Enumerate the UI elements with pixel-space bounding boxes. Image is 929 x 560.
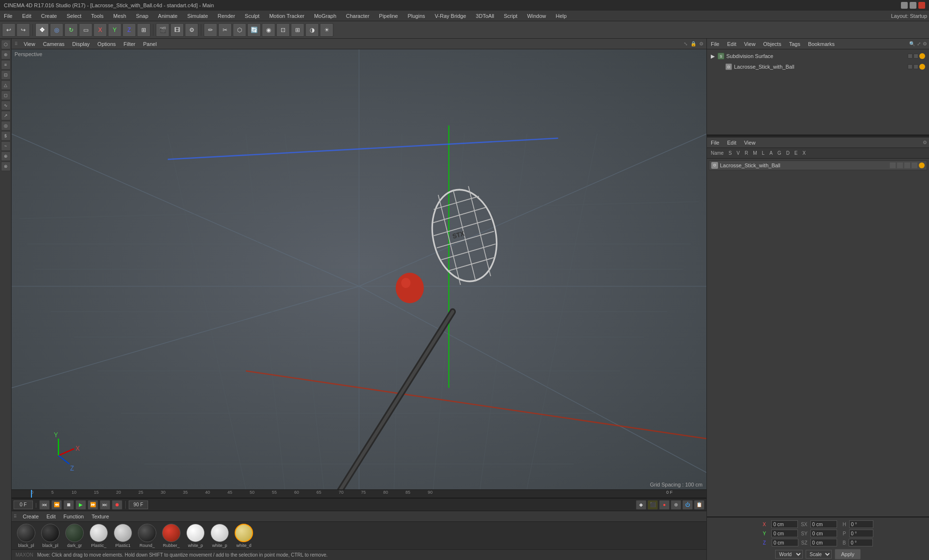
obj-vis-icon[interactable] (908, 54, 913, 59)
coord-b-input[interactable] (849, 539, 873, 546)
material-item-black-pl-1[interactable]: black_pl (15, 524, 37, 548)
lacrosse-vis-icon[interactable] (908, 64, 913, 69)
coord-sx-input[interactable] (810, 520, 837, 528)
obj-menu-view[interactable]: View (742, 40, 758, 48)
toolbar-grid[interactable]: ⊞ (291, 23, 304, 37)
coord-system-select[interactable]: World Object Local (775, 550, 803, 559)
coord-y-input[interactable] (771, 530, 798, 537)
menu-plugins[interactable]: Plugins (405, 12, 427, 20)
toolbar-scale[interactable]: ◎ (50, 23, 63, 37)
material-item-white-p1[interactable]: white_p (185, 524, 206, 548)
viewport-lock-icon[interactable]: 🔒 (690, 41, 696, 46)
record-btn[interactable]: ⏺ (112, 500, 122, 510)
maximize-button[interactable] (910, 2, 916, 9)
toolbar-loop-sel[interactable]: ⬡ (233, 23, 246, 37)
current-frame-input[interactable] (14, 501, 33, 509)
menu-mesh[interactable]: Mesh (111, 12, 128, 20)
menu-animate[interactable]: Animate (156, 12, 180, 20)
vp-menu-options[interactable]: Options (95, 40, 118, 48)
toolbar-x-axis[interactable]: X (93, 23, 107, 37)
viewport-handle[interactable]: ⠿ (15, 42, 18, 46)
close-button[interactable] (918, 2, 925, 9)
toolbar-y-axis[interactable]: Y (108, 23, 121, 37)
menu-motion-tracker[interactable]: Motion Tracker (267, 12, 306, 20)
toolbar-select-rect[interactable]: ▭ (79, 23, 92, 37)
toolbar-world[interactable]: ⊞ (137, 23, 150, 37)
menu-window[interactable]: Window (525, 12, 548, 20)
toolbar-render-view[interactable]: 🎞 (170, 23, 184, 37)
toolbar-redo[interactable]: ↪ (16, 23, 30, 37)
apply-button[interactable]: Apply (835, 549, 861, 560)
end-frame-input[interactable] (129, 501, 148, 509)
lacrosse-render-icon[interactable] (914, 64, 918, 69)
mat-menu-edit[interactable]: Edit (45, 513, 58, 520)
attr-ctrl-4[interactable] (912, 162, 917, 168)
coord-p-input[interactable] (849, 530, 873, 537)
menu-vray[interactable]: V-Ray Bridge (433, 12, 468, 20)
toolbar-undo[interactable]: ↩ (2, 23, 15, 37)
matbar-handle[interactable]: ⠿ (14, 514, 17, 519)
timeline-cursor[interactable] (31, 490, 32, 498)
obj-render-icon[interactable] (914, 54, 918, 59)
obj-expand-icon[interactable]: ⤢ (917, 41, 921, 46)
mat-menu-create[interactable]: Create (21, 513, 41, 520)
attr-ctrl-3[interactable] (904, 162, 910, 168)
vp-menu-display[interactable]: Display (70, 40, 91, 48)
menu-mograph[interactable]: MoGraph (312, 12, 338, 20)
obj-search-icon[interactable]: 🔍 (909, 41, 915, 46)
coord-h-input[interactable] (849, 520, 873, 528)
attr-row-lacrosse[interactable]: O Lacrosse_Stick_with_Ball (709, 161, 927, 170)
sidebar-btn-2[interactable]: ⊛ (1, 50, 11, 59)
coord-z-input[interactable] (772, 539, 798, 546)
toolbar-move[interactable]: ✥ (35, 23, 49, 37)
obj-gear-icon[interactable]: ⚙ (923, 41, 927, 46)
toolbar-magnet[interactable]: 🔄 (247, 23, 261, 37)
sidebar-btn-7[interactable]: ∿ (1, 101, 11, 110)
material-item-rubber[interactable]: Rubber_ (161, 524, 182, 548)
record-key-btn[interactable]: ● (659, 500, 670, 510)
auto-key-btn[interactable]: ⬛ (647, 500, 658, 510)
material-item-black-pl-2[interactable]: black_pl (40, 524, 61, 548)
menu-create[interactable]: Create (39, 12, 59, 20)
obj-menu-edit[interactable]: Edit (725, 40, 738, 48)
power-btn[interactable]: ⏻ (682, 500, 693, 510)
attr-ctrl-2[interactable] (897, 162, 903, 168)
toolbar-edge-cut[interactable]: ✂ (218, 23, 232, 37)
toolbar-material[interactable]: ◑ (305, 23, 319, 37)
toolbar-soft-sel[interactable]: ◉ (262, 23, 275, 37)
motion-path-btn[interactable]: ⊕ (671, 500, 681, 510)
menu-script[interactable]: Script (502, 12, 519, 20)
menu-file[interactable]: File (2, 12, 15, 20)
toolbar-z-axis[interactable]: Z (122, 23, 136, 37)
minimize-button[interactable] (901, 2, 908, 9)
material-item-white-p2[interactable]: white_p (209, 524, 230, 548)
sidebar-btn-12[interactable]: ⊕ (1, 151, 11, 161)
vp-menu-view[interactable]: View (22, 40, 37, 48)
sidebar-btn-8[interactable]: ↗ (1, 111, 11, 120)
attr-menu-edit[interactable]: Edit (725, 139, 738, 147)
attr-ctrl-1[interactable] (890, 162, 896, 168)
toolbar-render-region[interactable]: 🎬 (156, 23, 169, 37)
subdiv-color-dot[interactable] (919, 53, 925, 59)
menu-tools[interactable]: Tools (89, 12, 105, 20)
coord-sy-input[interactable] (810, 530, 837, 537)
obj-expand-arrow[interactable]: ▶ (711, 53, 716, 59)
toolbar-light[interactable]: ☀ (320, 23, 333, 37)
obj-menu-tags[interactable]: Tags (787, 40, 802, 48)
menu-snap[interactable]: Snap (134, 12, 150, 20)
material-item-white-d[interactable]: white_d (233, 524, 255, 548)
menu-3dtoall[interactable]: 3DToAll (474, 12, 496, 20)
toolbar-knife[interactable]: ⊡ (276, 23, 290, 37)
sidebar-btn-10[interactable]: $ (1, 131, 11, 141)
sidebar-btn-11[interactable]: ~ (1, 141, 11, 151)
vp-menu-cameras[interactable]: Cameras (41, 40, 67, 48)
menu-pipeline[interactable]: Pipeline (377, 12, 400, 20)
sidebar-btn-4[interactable]: ⊡ (1, 70, 11, 80)
keyframe-btn[interactable]: ◆ (636, 500, 646, 510)
mat-menu-function[interactable]: Function (61, 513, 86, 520)
stop-btn[interactable]: ⏹ (63, 500, 74, 510)
sidebar-btn-13[interactable]: ⊗ (1, 162, 11, 171)
material-item-dark-gr[interactable]: dark_gr (64, 524, 85, 548)
material-item-round[interactable]: Round_ (136, 524, 158, 548)
obj-row-lacrosse[interactable]: O Lacrosse_Stick_with_Ball (709, 62, 927, 72)
